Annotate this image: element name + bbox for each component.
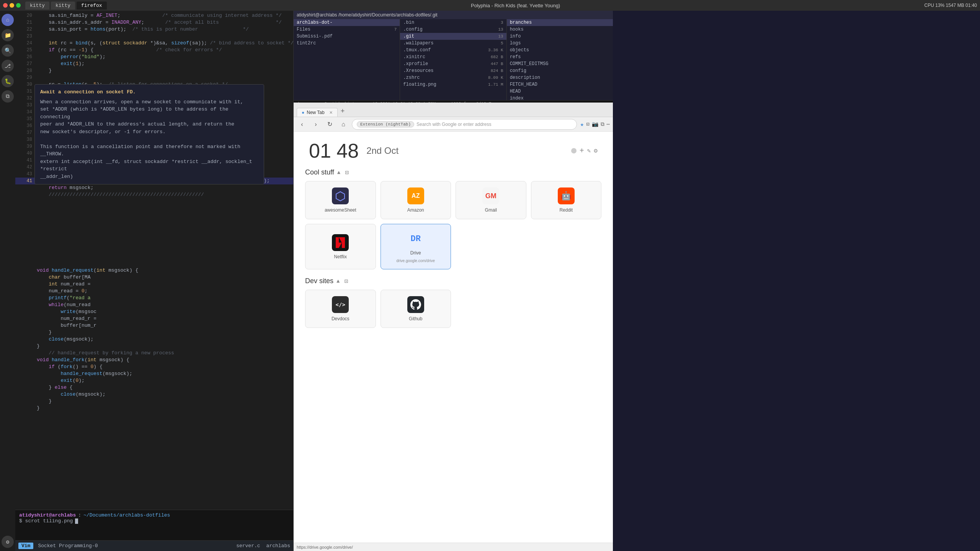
netflix-icon (332, 234, 349, 251)
bookmark-amazon[interactable]: AZ Amazon (381, 181, 451, 219)
main-layout: ⌂ 📁 🔍 ⎇ 🐛 ⧉ ⚙ 20 sa.sin_family = AF_INET… (0, 11, 980, 551)
fm-item[interactable]: HEAD (507, 88, 613, 95)
sidebar-icon-git[interactable]: ⎇ (2, 60, 14, 72)
address-placeholder: Search with Google or enter address (416, 122, 491, 127)
fm-item[interactable]: description (507, 74, 613, 81)
sidebar-icon-debug[interactable]: 🐛 (2, 75, 14, 87)
home-button[interactable]: ⌂ (338, 119, 349, 130)
fm-item[interactable]: .config 13 (400, 26, 506, 33)
fm-item[interactable]: info (507, 33, 613, 40)
code-line: 22 sa.sin_port = htons(port); /* this is… (15, 26, 293, 33)
fm-item[interactable]: archlabs-dot- (294, 19, 400, 26)
bookmark-gmail[interactable]: GM Gmail (456, 181, 526, 219)
close-button[interactable] (3, 3, 8, 8)
fm-item[interactable]: COMMIT_EDITMSG (507, 60, 613, 67)
fm-item-name: hooks (510, 27, 610, 32)
fm-item[interactable]: .xprofile 447 B (400, 60, 506, 67)
status-filename: server.c (236, 543, 260, 549)
fm-item-num: 13 (492, 34, 503, 39)
code-line: handle_request(msgsock); (15, 370, 293, 377)
terminal-tab-1[interactable]: kitty (25, 2, 49, 10)
clock-date: 2nd Oct (366, 145, 399, 156)
save-section-icon[interactable]: ⊡ (344, 277, 348, 285)
sidebar-icon-extensions[interactable]: ⧉ (2, 90, 14, 103)
sidebar-icon-settings[interactable]: ⚙ (2, 536, 14, 548)
svg-marker-4 (339, 243, 342, 248)
terminal-user: atidyshirt@archlabs (19, 512, 76, 518)
cool-stuff-header[interactable]: Cool stuff ▲ ⊡ (305, 168, 601, 176)
new-tab-button[interactable]: + (338, 107, 347, 115)
bookmark-devdocs[interactable]: </> Devdocs (305, 290, 376, 328)
clock-add-button[interactable]: + (580, 147, 584, 155)
fm-item[interactable]: .wallpapers 5 (400, 40, 506, 47)
minimize-button[interactable] (10, 3, 14, 8)
bookmark-icon[interactable]: ★ (580, 121, 584, 128)
github-icon (407, 296, 424, 313)
fm-item[interactable]: floating.png 1.71 M (400, 81, 506, 88)
sidebar-icon-files[interactable]: 📁 (2, 29, 14, 41)
address-bar[interactable]: Extension (nightTab) Search with Google … (352, 119, 577, 130)
bookmark-netflix[interactable]: Netflix (305, 224, 376, 269)
fm-item[interactable]: Files 7 (294, 26, 400, 33)
terminal-path: ~/Documents/archlabs-dotfiles (83, 512, 170, 518)
fm-item[interactable]: logs (507, 40, 613, 47)
sidebar-icon-search[interactable]: 🔍 (2, 44, 14, 57)
sidebar-icon-home[interactable]: ⌂ (2, 14, 14, 26)
bookmark-awesomesheet[interactable]: awesomeSheet (305, 181, 376, 219)
fm-item-num: 7 (385, 27, 397, 32)
browser-tab-newtab[interactable]: ● New Tab ✕ (297, 108, 338, 117)
fm-item[interactable]: config (507, 67, 613, 74)
reader-mode-icon[interactable]: ⊡ (586, 121, 589, 127)
maximize-button[interactable] (16, 3, 21, 8)
fm-pane-3: branches hooks info logs objects (507, 19, 613, 100)
more-icon[interactable]: ⋯ (607, 121, 610, 127)
clock-time: 01 48 (309, 139, 359, 162)
fm-item[interactable]: .zshrc 8.09 K (400, 74, 506, 81)
devdocs-icon: </> (332, 296, 349, 313)
reload-button[interactable]: ↻ (324, 119, 335, 130)
code-line: char buffer[MA (15, 274, 293, 281)
browser-tab-topbar[interactable]: firefox (77, 2, 107, 10)
fm-item[interactable]: refs (507, 54, 613, 60)
forward-button[interactable]: › (310, 119, 321, 130)
terminal-cursor (75, 518, 78, 524)
fm-item[interactable]: branches (507, 19, 613, 26)
code-line: num_read = 0; (15, 288, 293, 295)
back-button[interactable]: ‹ (297, 119, 307, 130)
screenshot-icon[interactable]: 📷 (592, 121, 598, 127)
fm-item[interactable]: .xinitrc 682 B (400, 54, 506, 60)
bookmark-github[interactable]: Github (381, 290, 451, 328)
fm-item[interactable]: hooks (507, 26, 613, 33)
bookmark-drive[interactable]: DR Drive drive.google.com/drive (381, 224, 451, 269)
fm-item-name: description (510, 75, 610, 80)
save-section-icon[interactable]: ⊡ (345, 169, 349, 176)
code-line: printf("read a (15, 295, 293, 302)
clock-settings-button[interactable]: ⚙ (594, 147, 598, 155)
window-controls (3, 3, 21, 8)
terminal-tab-2[interactable]: kitty (51, 2, 75, 10)
music-info: Polyphia - Rich Kids (feat. Yvette Young… (471, 3, 560, 8)
fm-item-name: refs (510, 54, 610, 60)
bookmark-label: Amazon (407, 207, 424, 213)
left-sidebar: ⌂ 📁 🔍 ⎇ 🐛 ⧉ ⚙ (0, 11, 15, 551)
pip-icon[interactable]: ⧉ (601, 121, 604, 127)
fm-item[interactable]: objects (507, 47, 613, 54)
bookmark-reddit[interactable]: 🤖 Reddit (531, 181, 602, 219)
close-icon[interactable]: ✕ (329, 110, 333, 115)
svg-marker-3 (339, 237, 342, 243)
fm-item[interactable]: index (507, 95, 613, 100)
fm-item-name: COMMIT_EDITMSG (510, 61, 610, 67)
fm-item[interactable]: .Xresources 824 B (400, 67, 506, 74)
fm-item-name: .zshrc (403, 75, 487, 80)
code-content[interactable]: 20 sa.sin_family = AF_INET; /* communica… (15, 11, 293, 510)
dev-sites-header[interactable]: Dev sites ▲ ⊡ (305, 277, 601, 285)
fm-item[interactable]: FETCH_HEAD (507, 81, 613, 88)
fm-item[interactable]: .bin 3 (400, 19, 506, 26)
dev-sites-title: Dev sites (305, 277, 333, 285)
fm-item[interactable]: .tmux.conf 3.36 K (400, 47, 506, 54)
fm-item[interactable]: .git 13 (400, 33, 506, 40)
clock-edit-button[interactable]: ✎ (587, 147, 591, 155)
code-line: } (15, 398, 293, 405)
fm-item[interactable]: Submissi-.pdf (294, 33, 400, 40)
fm-item[interactable]: tint2rc (294, 40, 400, 47)
